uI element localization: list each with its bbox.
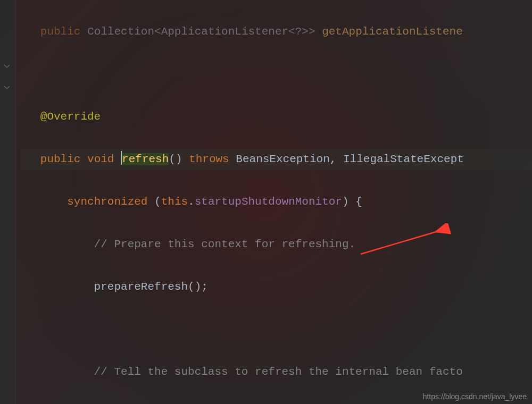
code-editor[interactable]: public Collection<ApplicationListener<?>… — [16, 0, 532, 404]
code-line: public Collection<ApplicationListener<?>… — [20, 21, 532, 43]
code-line: // Prepare this context for refreshing. — [20, 234, 532, 255]
watermark-text: https://blog.csdn.net/java_lyvee — [423, 392, 527, 401]
keyword: public — [40, 153, 81, 165]
code-text: prepareRefresh(); — [20, 281, 208, 293]
collapse-icon[interactable] — [3, 61, 11, 69]
keyword: public — [40, 26, 81, 38]
type-text: BeansException — [236, 153, 329, 165]
paren: ( — [147, 196, 161, 208]
comma: , — [330, 153, 343, 165]
indent — [20, 153, 40, 165]
code-line — [20, 319, 532, 340]
annotation: @Override — [20, 111, 101, 123]
keyword: this — [161, 196, 188, 208]
code-line-current: public void refresh() throws BeansExcept… — [20, 149, 532, 170]
field-name: startupShutdownMonitor — [195, 196, 342, 208]
code-line — [20, 64, 532, 85]
comment: // Tell the subclass to refresh the inte… — [20, 366, 463, 378]
keyword: throws — [189, 153, 229, 165]
comment: // Prepare this context for refreshing. — [20, 238, 355, 250]
space — [229, 153, 236, 165]
dot: . — [188, 196, 195, 208]
parens: () — [169, 153, 189, 165]
brace: ) { — [342, 196, 362, 208]
keyword: synchronized — [67, 196, 147, 208]
code-line: // Tell the subclass to refresh the inte… — [20, 361, 532, 383]
code-line: prepareRefresh(); — [20, 276, 532, 298]
indent — [20, 196, 67, 208]
editor-gutter — [0, 0, 16, 404]
space — [114, 153, 121, 165]
method-name: getApplicationListene — [322, 26, 463, 38]
text-cursor — [121, 151, 122, 165]
collapse-icon[interactable] — [3, 82, 11, 90]
method-name-highlighted: refresh — [122, 153, 169, 165]
code-line: synchronized (this.startupShutdownMonito… — [20, 191, 532, 213]
type-text: IllegalStateExcept — [343, 153, 464, 165]
space — [80, 153, 87, 165]
code-line: @Override — [20, 106, 532, 128]
type-text: Collection<ApplicationListener<?>> — [80, 26, 322, 38]
keyword: void — [87, 153, 114, 165]
indent — [20, 26, 40, 38]
